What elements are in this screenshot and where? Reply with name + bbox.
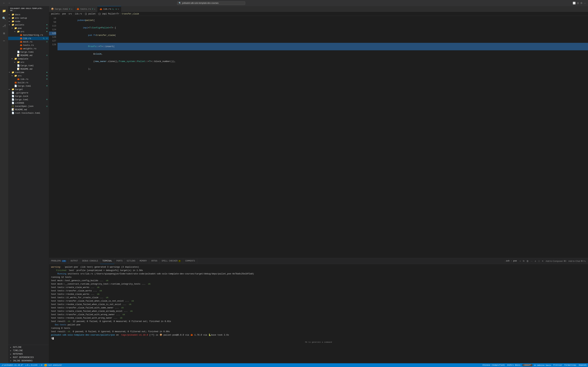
tab-output[interactable]: OUTPUT [69,258,80,264]
breadcrumb-src[interactable]: src [68,13,72,15]
nav-forward-button[interactable]: → [7,1,11,5]
tab-tests-rs[interactable]: 🦀 tests.rs U ✕ [75,6,97,12]
rust-dependencies-section[interactable]: ▶ RUST DEPENDENCIES [8,356,49,359]
notepads-section[interactable]: ▶ NOTEPADS [8,352,49,356]
sidebar-item-cargo-lock[interactable]: 📄Cargo.lock [8,94,49,98]
tab-xrtos[interactable]: XRTOS [149,258,160,264]
tab-terminal[interactable]: TERMINAL [100,258,114,264]
titlebar-search-input[interactable] [182,2,244,4]
split-terminal-button[interactable]: ⧉ [522,259,525,263]
breadcrumb-poe[interactable]: poe [62,13,66,15]
sidebar-item-readme-poe[interactable]: 📝README.mdU [8,54,49,57]
tab-close-icon[interactable]: ✕ [71,8,72,10]
sidebar-item-runtime-lib-rs[interactable]: 🦀lib.rsM [8,77,49,81]
file-label: lib.rs [23,37,43,40]
sidebar-item-pallets[interactable]: ▼📁pallets● [8,23,49,26]
add-to-composer-button[interactable]: Add to Composer ⌘I [545,259,567,263]
sync-section[interactable]: ↕ 0 [39,364,42,366]
tab-debug-console[interactable]: DEBUG CONSOLE [80,258,100,264]
timeline-section[interactable]: ▶ TIMELINE [8,349,49,352]
sidebar-item-runtime-src[interactable]: ▼📁src● [8,74,49,77]
breadcrumb-lib[interactable]: lib.rs [75,13,82,15]
tab-lib-rs[interactable]: 🦀 lib.rs 3, U ✕ [97,6,121,12]
more-terminal-button[interactable]: ··· [530,259,533,263]
tabnine-label[interactable]: ⊞ tabnine basic [534,364,551,366]
sidebar-item-weights-rs[interactable]: 🦀weights.rs [8,47,49,50]
file-label: Cargo.toml [15,98,46,101]
nav-back-button[interactable]: ← [2,1,6,5]
language-label[interactable]: Chinese (Simplified) [483,364,505,366]
file-type-icon: 🦀 [20,44,22,47]
sidebar-item-node[interactable]: ▶📁node [8,20,49,23]
rust-analyzer-section[interactable]: ⚠ rust-analyzer [44,364,62,366]
sidebar-item-runtime[interactable]: ▼📁runtime● [8,71,49,74]
breadcrumb-pallet[interactable]: {} pallet [85,13,96,15]
codegpt-label[interactable]: CODEGPT [522,364,532,366]
sidebar-item-mock-rs[interactable]: 🦀mock.rsU [8,40,49,43]
prettier-label[interactable]: Prettier [553,364,562,366]
sidebar-item-target[interactable]: ▶📁target [8,88,49,91]
tab-memory[interactable]: MEMORY [138,258,149,264]
add-to-chat-button[interactable]: Add to Chat ⌘⇧L [568,259,587,263]
sidebar-item-readme-root[interactable]: 📝README.md [8,108,49,111]
source-control-icon[interactable]: ⎇ [1,22,8,29]
tab-problems[interactable]: PROBLEMS 146 [49,258,69,264]
errors-section[interactable]: ✕ 0 ⚠ 3 ℹ 143 [25,364,37,366]
sidebar-item-template-src[interactable]: ▶📁src [8,60,49,64]
tab-spell-checker[interactable]: SPELL CHECKER 7 [160,258,183,264]
sidebar-item-build-rs[interactable]: 🦀build.rs [8,81,49,84]
close-panel-button[interactable]: ✕ [541,259,544,263]
formatting-label[interactable]: Formatting: [564,364,577,366]
tab-ports[interactable]: PORTS [114,258,125,264]
sidebar-item-template-readme[interactable]: 📝README.md [8,67,49,71]
sidebar-item-benchmarking-rs[interactable]: 🦀benchmarking.rs [8,33,49,37]
sidebar-item-local-spec-json[interactable]: {}localSpec.jsonU [8,105,49,108]
titlebar-search-box[interactable]: 🔍 [177,1,245,5]
sidebar-item-template[interactable]: ▼📁template [8,57,49,60]
sidebar-item-src[interactable]: ▼📁src● [8,30,49,33]
terminal-content[interactable]: warning: `pallet-poe` (lib test) generat… [49,264,588,363]
sidebar-item-license[interactable]: 📄LICENSE [8,101,49,105]
dependi-label[interactable]: Dependi [579,364,587,366]
git-branch-section[interactable]: ⎇ polkadot-v1.10.0* [1,364,23,366]
sidebar-item-poe[interactable]: ▼📁poe● [8,26,49,30]
tab-gitlens[interactable]: GITLENS [125,258,138,264]
sidebar-item-docs[interactable]: ▶📁docs [8,13,49,16]
tab-comments[interactable]: COMMENTS [183,258,197,264]
maximize-panel-button[interactable]: □ [538,259,540,263]
code-line: (new_owner.clone(), frame_system::Pallet… [58,58,588,65]
sidebar-item-runtime-cargo[interactable]: 📄Cargo.tomlM [8,84,49,88]
breadcrumb-impl[interactable]: {} impl Pallet<T> [98,13,119,15]
sidebar-item-tests-rs[interactable]: 🦀tests.rs [8,43,49,47]
sidebar-item-gitignore[interactable]: 📄.gitignore [8,91,49,94]
layout-toggle-button[interactable]: ⊟ [577,2,579,4]
breadcrumb-pallets[interactable]: pallets [51,13,60,15]
sidebar-item-cargo-toml-root[interactable]: 📄Cargo.tomlM [8,98,49,101]
tab-cargo-toml[interactable]: 📦 Cargo.toml U ✕ [49,6,75,12]
sidebar-item-env-setup[interactable]: ▶📁env-setup [8,16,49,20]
extensions-icon[interactable]: ⊞ [1,30,8,37]
sidebar-item-rust-toolchain[interactable]: 📄rust-toolchain.toml [8,111,49,115]
outline-section[interactable]: ▶ OUTLINE [8,346,49,349]
inline-bookmarks-section[interactable]: ▼ INLINE BOOKMARKS [8,359,49,363]
sidebar-item-lib-rs[interactable]: 🦀lib.rs3, U [8,37,49,40]
search-activity-icon[interactable]: 🔍 [1,15,8,22]
breadcrumb-transfer-claim[interactable]: transfer_claim [122,13,139,15]
kill-terminal-button[interactable]: 🗑 [526,259,529,263]
file-type-icon: 🦀 [14,81,17,84]
code-content[interactable]: pub mod pallet { impl<T: Config> Pallet<… [58,16,588,258]
sidebar-item-cargo-toml-poe[interactable]: 📄Cargo.toml [8,50,49,54]
more-icon[interactable]: ⋯ [1,37,8,44]
sidebar-toggle-button[interactable]: ⬜ [573,2,576,4]
xrtos-label: XRTOS [151,260,157,262]
file-type-icon: 📁 [14,58,17,60]
tab-close-icon[interactable]: ✕ [118,8,119,10]
settings-button[interactable]: ⚙ [580,2,583,4]
minimize-panel-button[interactable]: ∧ [534,259,537,263]
add-terminal-button[interactable]: + [519,259,522,263]
explorer-icon[interactable]: 📁 [1,8,8,14]
more-options-button[interactable]: ··· [584,2,586,4]
tab-close-icon[interactable]: ✕ [94,8,95,10]
sidebar-item-template-cargo[interactable]: 📄Cargo.toml [8,64,49,67]
code-line: ); [58,65,588,73]
